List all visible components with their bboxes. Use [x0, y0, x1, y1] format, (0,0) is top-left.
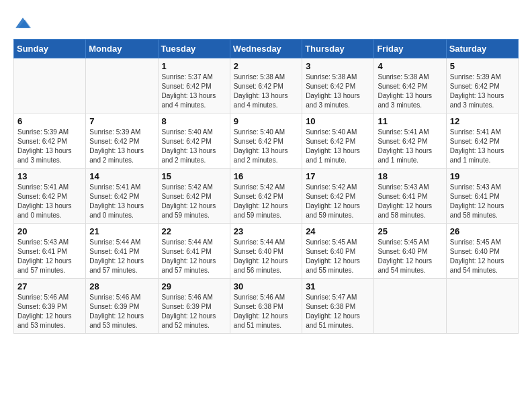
- logo: [13, 13, 35, 32]
- day-number: 12: [450, 116, 515, 126]
- calendar-header: SundayMondayTuesdayWednesdayThursdayFrid…: [14, 40, 519, 58]
- calendar-table: SundayMondayTuesdayWednesdayThursdayFrid…: [13, 39, 519, 334]
- cell-info: Sunrise: 5:41 AM Sunset: 6:42 PM Dayligh…: [378, 128, 442, 165]
- day-number: 21: [89, 226, 154, 236]
- day-number: 14: [89, 171, 154, 181]
- cell-info: Sunrise: 5:40 AM Sunset: 6:42 PM Dayligh…: [162, 128, 226, 165]
- calendar-cell: 16Sunrise: 5:42 AM Sunset: 6:42 PM Dayli…: [230, 169, 302, 224]
- header-cell-thursday: Thursday: [302, 40, 374, 58]
- day-number: 24: [306, 226, 370, 236]
- header-cell-saturday: Saturday: [446, 40, 518, 58]
- calendar-cell: 27Sunrise: 5:46 AM Sunset: 6:39 PM Dayli…: [14, 279, 86, 334]
- calendar-week-5: 27Sunrise: 5:46 AM Sunset: 6:39 PM Dayli…: [14, 279, 519, 334]
- calendar-body: 1Sunrise: 5:37 AM Sunset: 6:42 PM Daylig…: [14, 58, 519, 334]
- header-cell-sunday: Sunday: [14, 40, 86, 58]
- day-number: 19: [450, 171, 515, 181]
- calendar-week-4: 20Sunrise: 5:43 AM Sunset: 6:41 PM Dayli…: [14, 224, 519, 279]
- cell-info: Sunrise: 5:38 AM Sunset: 6:42 PM Dayligh…: [378, 73, 442, 110]
- calendar-cell: 20Sunrise: 5:43 AM Sunset: 6:41 PM Dayli…: [14, 224, 86, 279]
- calendar-cell: 23Sunrise: 5:44 AM Sunset: 6:40 PM Dayli…: [230, 224, 302, 279]
- calendar-cell: 13Sunrise: 5:41 AM Sunset: 6:42 PM Dayli…: [14, 169, 86, 224]
- calendar-week-2: 6Sunrise: 5:39 AM Sunset: 6:42 PM Daylig…: [14, 113, 519, 169]
- cell-info: Sunrise: 5:42 AM Sunset: 6:42 PM Dayligh…: [234, 183, 298, 220]
- cell-info: Sunrise: 5:45 AM Sunset: 6:40 PM Dayligh…: [378, 238, 442, 275]
- calendar-cell: 19Sunrise: 5:43 AM Sunset: 6:41 PM Dayli…: [446, 169, 518, 224]
- cell-info: Sunrise: 5:39 AM Sunset: 6:42 PM Dayligh…: [450, 73, 515, 110]
- day-number: 8: [162, 116, 226, 126]
- calendar-cell: 4Sunrise: 5:38 AM Sunset: 6:42 PM Daylig…: [374, 58, 446, 113]
- cell-info: Sunrise: 5:41 AM Sunset: 6:42 PM Dayligh…: [17, 183, 82, 220]
- cell-info: Sunrise: 5:41 AM Sunset: 6:42 PM Dayligh…: [89, 183, 154, 220]
- calendar-cell: 22Sunrise: 5:44 AM Sunset: 6:41 PM Dayli…: [158, 224, 230, 279]
- calendar-week-3: 13Sunrise: 5:41 AM Sunset: 6:42 PM Dayli…: [14, 169, 519, 224]
- cell-info: Sunrise: 5:46 AM Sunset: 6:39 PM Dayligh…: [17, 293, 82, 330]
- day-number: 27: [17, 281, 82, 291]
- header-row: SundayMondayTuesdayWednesdayThursdayFrid…: [14, 40, 519, 58]
- cell-info: Sunrise: 5:45 AM Sunset: 6:40 PM Dayligh…: [450, 238, 515, 275]
- day-number: 18: [378, 171, 442, 181]
- calendar-cell: 17Sunrise: 5:42 AM Sunset: 6:42 PM Dayli…: [302, 169, 374, 224]
- cell-info: Sunrise: 5:44 AM Sunset: 6:41 PM Dayligh…: [89, 238, 154, 275]
- calendar-cell: 12Sunrise: 5:41 AM Sunset: 6:42 PM Dayli…: [446, 113, 518, 169]
- cell-info: Sunrise: 5:45 AM Sunset: 6:40 PM Dayligh…: [306, 238, 370, 275]
- day-number: 15: [162, 171, 226, 181]
- cell-info: Sunrise: 5:46 AM Sunset: 6:38 PM Dayligh…: [234, 293, 298, 330]
- cell-info: Sunrise: 5:46 AM Sunset: 6:39 PM Dayligh…: [162, 293, 226, 330]
- cell-info: Sunrise: 5:43 AM Sunset: 6:41 PM Dayligh…: [450, 183, 515, 220]
- day-number: 16: [234, 171, 298, 181]
- cell-info: Sunrise: 5:39 AM Sunset: 6:42 PM Dayligh…: [89, 128, 154, 165]
- day-number: 11: [378, 116, 442, 126]
- calendar-cell: 5Sunrise: 5:39 AM Sunset: 6:42 PM Daylig…: [446, 58, 518, 113]
- calendar-cell: [446, 279, 518, 334]
- day-number: 2: [234, 61, 298, 71]
- calendar-cell: 25Sunrise: 5:45 AM Sunset: 6:40 PM Dayli…: [374, 224, 446, 279]
- cell-info: Sunrise: 5:43 AM Sunset: 6:41 PM Dayligh…: [17, 238, 82, 275]
- day-number: 17: [306, 171, 370, 181]
- day-number: 1: [162, 61, 226, 71]
- cell-info: Sunrise: 5:40 AM Sunset: 6:42 PM Dayligh…: [234, 128, 298, 165]
- calendar-cell: 14Sunrise: 5:41 AM Sunset: 6:42 PM Dayli…: [86, 169, 158, 224]
- calendar-cell: 8Sunrise: 5:40 AM Sunset: 6:42 PM Daylig…: [158, 113, 230, 169]
- calendar-cell: 30Sunrise: 5:46 AM Sunset: 6:38 PM Dayli…: [230, 279, 302, 334]
- calendar-cell: [86, 58, 158, 113]
- calendar-cell: 28Sunrise: 5:46 AM Sunset: 6:39 PM Dayli…: [86, 279, 158, 334]
- cell-info: Sunrise: 5:37 AM Sunset: 6:42 PM Dayligh…: [162, 73, 226, 110]
- day-number: 29: [162, 281, 226, 291]
- day-number: 23: [234, 226, 298, 236]
- cell-info: Sunrise: 5:43 AM Sunset: 6:41 PM Dayligh…: [378, 183, 442, 220]
- calendar-cell: 6Sunrise: 5:39 AM Sunset: 6:42 PM Daylig…: [14, 113, 86, 169]
- cell-info: Sunrise: 5:38 AM Sunset: 6:42 PM Dayligh…: [234, 73, 298, 110]
- day-number: 25: [378, 226, 442, 236]
- day-number: 20: [17, 226, 82, 236]
- cell-info: Sunrise: 5:44 AM Sunset: 6:40 PM Dayligh…: [234, 238, 298, 275]
- cell-info: Sunrise: 5:42 AM Sunset: 6:42 PM Dayligh…: [162, 183, 226, 220]
- day-number: 9: [234, 116, 298, 126]
- calendar-cell: 18Sunrise: 5:43 AM Sunset: 6:41 PM Dayli…: [374, 169, 446, 224]
- cell-info: Sunrise: 5:38 AM Sunset: 6:42 PM Dayligh…: [306, 73, 370, 110]
- cell-info: Sunrise: 5:42 AM Sunset: 6:42 PM Dayligh…: [306, 183, 370, 220]
- header-cell-tuesday: Tuesday: [158, 40, 230, 58]
- calendar-cell: 1Sunrise: 5:37 AM Sunset: 6:42 PM Daylig…: [158, 58, 230, 113]
- calendar-cell: 29Sunrise: 5:46 AM Sunset: 6:39 PM Dayli…: [158, 279, 230, 334]
- day-number: 31: [306, 281, 370, 291]
- calendar-cell: [14, 58, 86, 113]
- cell-info: Sunrise: 5:47 AM Sunset: 6:38 PM Dayligh…: [306, 293, 370, 330]
- logo-icon: [13, 13, 32, 32]
- calendar-cell: 10Sunrise: 5:40 AM Sunset: 6:42 PM Dayli…: [302, 113, 374, 169]
- day-number: 6: [17, 116, 82, 126]
- day-number: 7: [89, 116, 154, 126]
- day-number: 3: [306, 61, 370, 71]
- cell-info: Sunrise: 5:40 AM Sunset: 6:42 PM Dayligh…: [306, 128, 370, 165]
- cell-info: Sunrise: 5:39 AM Sunset: 6:42 PM Dayligh…: [17, 128, 82, 165]
- page-header: [13, 13, 519, 32]
- calendar-cell: [374, 279, 446, 334]
- calendar-cell: 24Sunrise: 5:45 AM Sunset: 6:40 PM Dayli…: [302, 224, 374, 279]
- header-cell-wednesday: Wednesday: [230, 40, 302, 58]
- calendar-cell: 15Sunrise: 5:42 AM Sunset: 6:42 PM Dayli…: [158, 169, 230, 224]
- day-number: 28: [89, 281, 154, 291]
- calendar-cell: 3Sunrise: 5:38 AM Sunset: 6:42 PM Daylig…: [302, 58, 374, 113]
- cell-info: Sunrise: 5:41 AM Sunset: 6:42 PM Dayligh…: [450, 128, 515, 165]
- calendar-cell: 26Sunrise: 5:45 AM Sunset: 6:40 PM Dayli…: [446, 224, 518, 279]
- cell-info: Sunrise: 5:44 AM Sunset: 6:41 PM Dayligh…: [162, 238, 226, 275]
- calendar-week-1: 1Sunrise: 5:37 AM Sunset: 6:42 PM Daylig…: [14, 58, 519, 113]
